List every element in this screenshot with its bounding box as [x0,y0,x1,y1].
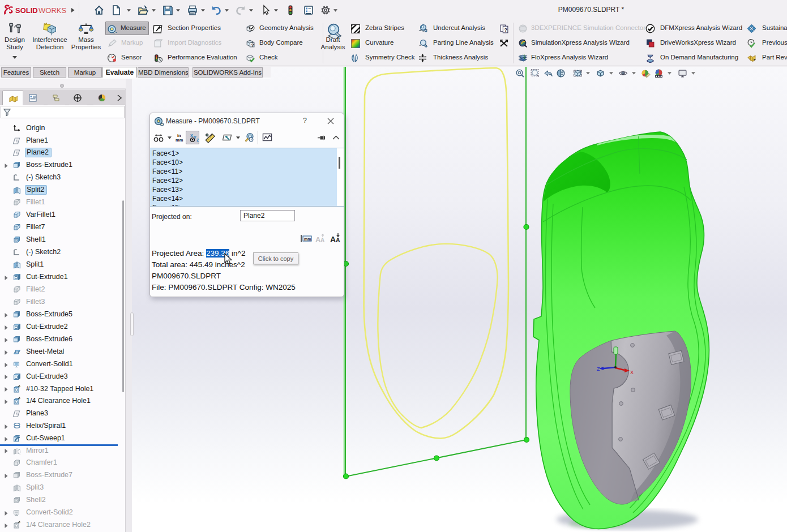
svg-text:X: X [630,370,634,375]
svg-text:mm: mm [176,138,183,143]
svg-text:SOLID: SOLID [15,6,38,15]
svg-text:WORKS: WORKS [39,6,66,15]
svg-text:A: A [336,237,340,243]
svg-text:A: A [320,237,324,243]
svg-text:Z: Z [597,366,600,372]
svg-text:?: ? [251,42,254,48]
svg-text:z: z [196,137,199,143]
svg-text:mm: mm [304,237,311,241]
svg-text:x: x [190,132,193,138]
svg-text:?: ? [504,27,508,32]
svg-text:A: A [330,235,336,243]
